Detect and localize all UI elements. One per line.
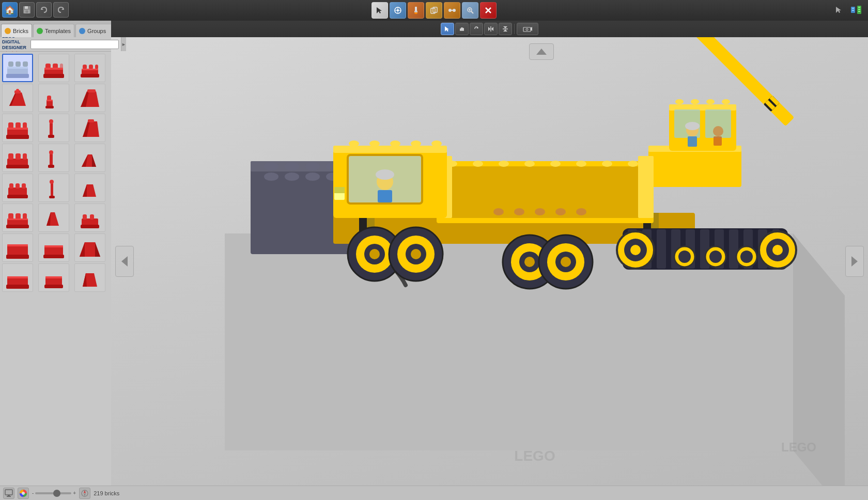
brick-item-21[interactable] [74,233,105,262]
tab-templates[interactable]: Templates [33,24,74,37]
brick-item-13[interactable] [2,174,33,202]
svg-point-202 [285,162,299,170]
main-viewport[interactable]: LEGO LEGO [111,37,868,486]
brick-item-10[interactable] [2,144,33,172]
brick-item-5[interactable] [38,84,69,112]
brick-item-22[interactable] [2,263,33,292]
zoom-tool[interactable] [462,2,478,19]
save-button[interactable] [19,2,35,18]
sidebar-scroll-right[interactable]: ► [121,37,126,51]
home-button[interactable]: 🏠 [2,2,18,18]
brick-item-17[interactable] [38,204,69,232]
redo-button[interactable] [53,2,69,18]
brick-list [0,52,111,486]
undo-button[interactable] [36,2,52,18]
ldd-header: LEGO DIGITAL DESIGNER extended ► [0,37,111,52]
svg-point-289 [678,251,691,263]
svg-point-251 [524,161,535,167]
brick-item-19[interactable] [2,233,33,262]
svg-marker-110 [83,184,87,197]
brick-item-1[interactable] [2,54,33,82]
svg-rect-63 [95,65,98,69]
svg-rect-247 [638,156,654,218]
brick-item-7[interactable] [2,114,33,142]
svg-point-255 [628,161,638,167]
nav-right-arrow[interactable] [845,246,864,277]
svg-rect-106 [51,182,53,197]
view-mode-button[interactable] [3,488,14,499]
brick-item-2[interactable] [38,54,69,82]
brick-item-4[interactable] [2,84,33,112]
brick-item-24[interactable] [74,263,105,292]
view-up-button[interactable] [529,43,554,60]
svg-rect-83 [50,121,53,136]
bricks-tab-label: Bricks [13,28,28,34]
nav-left-arrow[interactable] [115,246,134,277]
brick-item-15[interactable] [74,174,105,202]
svg-point-226 [713,126,723,136]
brick-item-14[interactable] [38,174,69,202]
svg-point-203 [305,162,320,170]
svg-rect-105 [7,195,28,198]
camera-btn[interactable] [517,23,538,35]
flip-v-btn[interactable] [499,23,512,35]
svg-point-207 [305,173,320,181]
svg-rect-53 [6,74,29,78]
svg-rect-136 [45,276,62,278]
svg-marker-25 [836,7,841,13]
svg-rect-59 [43,74,64,78]
svg-rect-49 [8,61,13,67]
tab-bricks[interactable]: Bricks [1,24,32,37]
svg-rect-90 [7,159,28,166]
copy-tool[interactable] [426,2,442,19]
brick-search-input[interactable] [30,40,119,49]
top-right-icons [831,2,864,18]
svg-marker-100 [92,154,96,167]
svg-point-221 [706,99,715,104]
svg-rect-128 [43,255,64,258]
brick-item-16[interactable] [2,204,33,232]
svg-rect-257 [333,146,447,153]
brick-item-3[interactable] [74,54,105,82]
brick-item-12[interactable] [74,144,105,172]
cursor-mode-btn[interactable] [441,23,454,35]
brick-item-18[interactable] [74,204,105,232]
delete-tool[interactable] [480,2,497,19]
svg-point-314 [576,208,586,215]
brick-item-23[interactable] [38,263,69,292]
svg-rect-121 [90,214,94,220]
paint-tool[interactable] [408,2,424,19]
svg-marker-142 [851,256,858,267]
rotate-btn[interactable] [470,23,483,35]
svg-rect-13 [414,11,417,12]
svg-rect-58 [44,68,63,70]
svg-rect-124 [7,244,28,246]
svg-rect-273 [657,229,666,269]
network-icon[interactable] [848,2,864,18]
svg-point-263 [369,140,380,147]
hinge-tool[interactable] [390,2,406,19]
svg-rect-65 [81,74,99,77]
brick-item-6[interactable] [74,84,105,112]
select-tool[interactable] [371,2,388,19]
zoom-thumb[interactable] [53,490,60,497]
svg-point-250 [499,161,509,167]
brick-item-8[interactable] [38,114,69,142]
flip-h-btn[interactable] [484,23,498,35]
svg-point-69 [16,89,19,92]
svg-rect-102 [9,183,13,189]
color-wheel-button[interactable] [18,488,29,499]
connect-tool[interactable] [444,2,460,19]
svg-point-265 [411,140,421,147]
svg-rect-32 [858,11,860,12]
brick-item-9[interactable] [74,114,105,142]
brick-item-11[interactable] [38,144,69,172]
zoom-slider[interactable] [35,492,71,494]
svg-marker-131 [95,242,100,257]
svg-marker-33 [445,26,449,32]
brick-item-20[interactable] [38,233,69,262]
hand-tool-btn[interactable] [455,23,469,35]
zoom-slider-container: - + [32,490,76,496]
svg-rect-76 [87,89,96,92]
svg-point-248 [447,161,457,167]
